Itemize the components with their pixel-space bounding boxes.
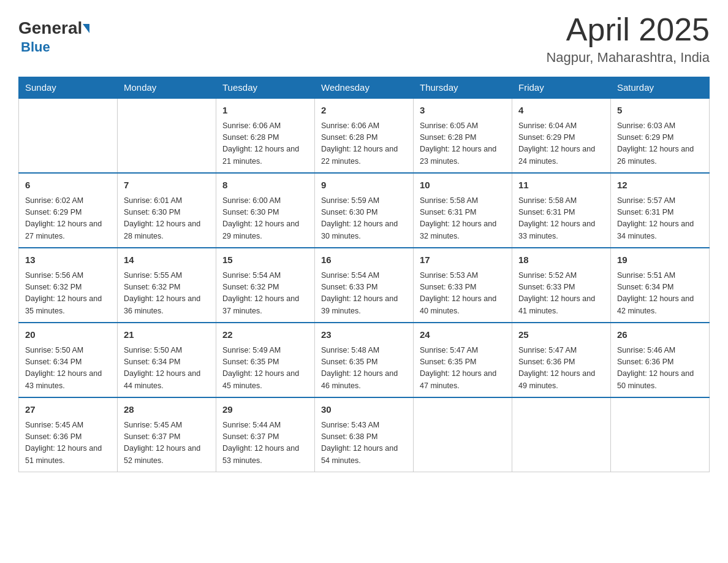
day-info: Sunrise: 6:05 AMSunset: 6:28 PMDaylight:… (420, 120, 506, 168)
calendar-cell: 7 Sunrise: 6:01 AMSunset: 6:30 PMDayligh… (118, 173, 216, 248)
calendar-cell: 18 Sunrise: 5:52 AMSunset: 6:33 PMDaylig… (512, 248, 611, 323)
calendar-cell: 28 Sunrise: 5:45 AMSunset: 6:37 PMDaylig… (118, 397, 216, 472)
day-info: Sunrise: 5:45 AMSunset: 6:36 PMDaylight:… (25, 419, 111, 467)
calendar-cell: 12 Sunrise: 5:57 AMSunset: 6:31 PMDaylig… (611, 173, 710, 248)
calendar-cell: 11 Sunrise: 5:58 AMSunset: 6:31 PMDaylig… (512, 173, 611, 248)
day-number: 14 (124, 253, 210, 267)
day-number: 3 (420, 104, 506, 118)
day-number: 18 (518, 253, 604, 267)
day-number: 15 (222, 253, 308, 267)
day-number: 30 (321, 403, 407, 417)
calendar-cell: 23 Sunrise: 5:48 AMSunset: 6:35 PMDaylig… (315, 323, 414, 397)
calendar-cell (611, 397, 710, 472)
day-number: 26 (617, 328, 703, 342)
calendar-cell: 17 Sunrise: 5:53 AMSunset: 6:33 PMDaylig… (414, 248, 512, 323)
day-number: 20 (25, 328, 111, 342)
calendar-cell: 20 Sunrise: 5:50 AMSunset: 6:34 PMDaylig… (19, 323, 118, 397)
calendar-cell: 26 Sunrise: 5:46 AMSunset: 6:36 PMDaylig… (611, 323, 710, 397)
day-number: 6 (25, 178, 111, 193)
day-info: Sunrise: 5:50 AMSunset: 6:34 PMDaylight:… (124, 345, 210, 393)
day-number: 8 (222, 178, 308, 193)
day-number: 12 (617, 178, 703, 193)
calendar-cell: 21 Sunrise: 5:50 AMSunset: 6:34 PMDaylig… (118, 323, 216, 397)
week-row-4: 20 Sunrise: 5:50 AMSunset: 6:34 PMDaylig… (19, 323, 710, 397)
calendar-cell: 24 Sunrise: 5:47 AMSunset: 6:35 PMDaylig… (414, 323, 512, 397)
day-number: 25 (518, 328, 604, 342)
header-tuesday: Tuesday (216, 77, 315, 99)
calendar-cell: 9 Sunrise: 5:59 AMSunset: 6:30 PMDayligh… (315, 173, 414, 248)
calendar-cell: 5 Sunrise: 6:03 AMSunset: 6:29 PMDayligh… (611, 98, 710, 173)
day-number: 4 (518, 104, 604, 118)
day-info: Sunrise: 5:58 AMSunset: 6:31 PMDaylight:… (420, 195, 506, 243)
logo: General Blue (18, 12, 89, 55)
day-number: 28 (124, 403, 210, 417)
day-info: Sunrise: 5:49 AMSunset: 6:35 PMDaylight:… (222, 345, 308, 393)
day-info: Sunrise: 6:04 AMSunset: 6:29 PMDaylight:… (518, 120, 604, 168)
day-number: 9 (321, 178, 407, 193)
day-info: Sunrise: 5:55 AMSunset: 6:32 PMDaylight:… (124, 270, 210, 318)
title-area: April 2025 Nagpur, Maharashtra, India (546, 12, 710, 66)
day-number: 19 (617, 253, 703, 267)
day-info: Sunrise: 5:52 AMSunset: 6:33 PMDaylight:… (518, 270, 604, 318)
week-row-1: 1 Sunrise: 6:06 AMSunset: 6:28 PMDayligh… (19, 98, 710, 173)
day-info: Sunrise: 5:58 AMSunset: 6:31 PMDaylight:… (518, 195, 604, 243)
header-sunday: Sunday (19, 77, 118, 99)
calendar-cell: 19 Sunrise: 5:51 AMSunset: 6:34 PMDaylig… (611, 248, 710, 323)
calendar-table: Sunday Monday Tuesday Wednesday Thursday… (18, 77, 710, 472)
logo-blue-text: Blue (21, 39, 50, 55)
day-info: Sunrise: 6:00 AMSunset: 6:30 PMDaylight:… (222, 195, 308, 243)
day-number: 1 (222, 104, 308, 118)
day-number: 11 (518, 178, 604, 193)
day-number: 5 (617, 104, 703, 118)
calendar-cell: 29 Sunrise: 5:44 AMSunset: 6:37 PMDaylig… (216, 397, 315, 472)
calendar-cell: 22 Sunrise: 5:49 AMSunset: 6:35 PMDaylig… (216, 323, 315, 397)
day-info: Sunrise: 6:02 AMSunset: 6:29 PMDaylight:… (25, 195, 111, 243)
week-row-5: 27 Sunrise: 5:45 AMSunset: 6:36 PMDaylig… (19, 397, 710, 472)
day-info: Sunrise: 6:06 AMSunset: 6:28 PMDaylight:… (222, 120, 308, 168)
day-info: Sunrise: 5:50 AMSunset: 6:34 PMDaylight:… (25, 345, 111, 393)
day-info: Sunrise: 5:43 AMSunset: 6:38 PMDaylight:… (321, 419, 407, 467)
day-number: 17 (420, 253, 506, 267)
calendar-cell: 8 Sunrise: 6:00 AMSunset: 6:30 PMDayligh… (216, 173, 315, 248)
calendar-cell (118, 98, 216, 173)
day-number: 16 (321, 253, 407, 267)
calendar-cell (19, 98, 118, 173)
calendar-cell: 15 Sunrise: 5:54 AMSunset: 6:32 PMDaylig… (216, 248, 315, 323)
calendar-cell: 27 Sunrise: 5:45 AMSunset: 6:36 PMDaylig… (19, 397, 118, 472)
week-row-2: 6 Sunrise: 6:02 AMSunset: 6:29 PMDayligh… (19, 173, 710, 248)
day-info: Sunrise: 5:46 AMSunset: 6:36 PMDaylight:… (617, 345, 703, 393)
calendar-cell: 3 Sunrise: 6:05 AMSunset: 6:28 PMDayligh… (414, 98, 512, 173)
day-info: Sunrise: 5:44 AMSunset: 6:37 PMDaylight:… (222, 419, 308, 467)
calendar-cell: 13 Sunrise: 5:56 AMSunset: 6:32 PMDaylig… (19, 248, 118, 323)
day-number: 13 (25, 253, 111, 267)
day-number: 7 (124, 178, 210, 193)
day-info: Sunrise: 5:57 AMSunset: 6:31 PMDaylight:… (617, 195, 703, 243)
calendar-cell: 14 Sunrise: 5:55 AMSunset: 6:32 PMDaylig… (118, 248, 216, 323)
header-friday: Friday (512, 77, 611, 99)
day-info: Sunrise: 5:48 AMSunset: 6:35 PMDaylight:… (321, 345, 407, 393)
day-header-row: Sunday Monday Tuesday Wednesday Thursday… (19, 77, 710, 99)
logo-general-text: General (18, 18, 82, 38)
day-info: Sunrise: 5:51 AMSunset: 6:34 PMDaylight:… (617, 270, 703, 318)
calendar-cell (414, 397, 512, 472)
day-info: Sunrise: 6:01 AMSunset: 6:30 PMDaylight:… (124, 195, 210, 243)
header-wednesday: Wednesday (315, 77, 414, 99)
day-number: 2 (321, 104, 407, 118)
day-info: Sunrise: 5:54 AMSunset: 6:32 PMDaylight:… (222, 270, 308, 318)
calendar-subtitle: Nagpur, Maharashtra, India (546, 50, 710, 66)
day-number: 29 (222, 403, 308, 417)
day-info: Sunrise: 5:54 AMSunset: 6:33 PMDaylight:… (321, 270, 407, 318)
header: General Blue April 2025 Nagpur, Maharash… (18, 12, 710, 66)
logo-triangle-icon (83, 24, 89, 33)
day-info: Sunrise: 6:03 AMSunset: 6:29 PMDaylight:… (617, 120, 703, 168)
day-info: Sunrise: 5:56 AMSunset: 6:32 PMDaylight:… (25, 270, 111, 318)
day-info: Sunrise: 5:45 AMSunset: 6:37 PMDaylight:… (124, 419, 210, 467)
calendar-cell: 25 Sunrise: 5:47 AMSunset: 6:36 PMDaylig… (512, 323, 611, 397)
calendar-cell: 1 Sunrise: 6:06 AMSunset: 6:28 PMDayligh… (216, 98, 315, 173)
day-info: Sunrise: 6:06 AMSunset: 6:28 PMDaylight:… (321, 120, 407, 168)
day-info: Sunrise: 5:47 AMSunset: 6:35 PMDaylight:… (420, 345, 506, 393)
calendar-cell: 6 Sunrise: 6:02 AMSunset: 6:29 PMDayligh… (19, 173, 118, 248)
header-monday: Monday (118, 77, 216, 99)
calendar-title: April 2025 (546, 12, 710, 47)
week-row-3: 13 Sunrise: 5:56 AMSunset: 6:32 PMDaylig… (19, 248, 710, 323)
